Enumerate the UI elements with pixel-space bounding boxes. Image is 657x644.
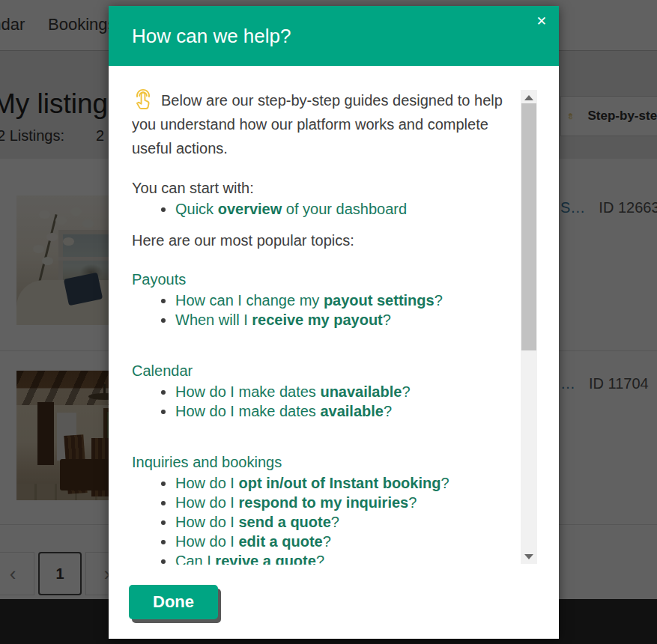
help-link-item: How can I change my payout settings? [175, 291, 515, 310]
help-link-item: How do I respond to my inquiries? [175, 493, 515, 512]
link-text: Can I [175, 553, 215, 565]
link-text: ? [435, 292, 443, 309]
help-link-item: How do I make dates available? [175, 401, 515, 421]
link-text: ? [323, 533, 331, 550]
help-link-dates-unavailable[interactable]: How do I make dates unavailable? [175, 383, 411, 400]
help-link-item: When will I receive my payout? [175, 310, 515, 329]
link-text: When will I [175, 312, 252, 328]
help-scroll-content: Below are our step-by-step guides design… [132, 87, 515, 565]
link-text-bold: available [320, 403, 384, 419]
help-link-item: How do I edit a quote? [175, 532, 515, 551]
link-text: ? [384, 403, 392, 419]
link-text-bold: receive my payout [252, 312, 383, 328]
section-calendar: Calendar How do I make dates unavailable… [132, 361, 515, 421]
help-link-item: Quick overview of your dashboard [175, 199, 515, 219]
link-text: ? [402, 383, 410, 400]
link-text-bold: send a quote [238, 514, 330, 530]
modal-header: How can we help? ✕ [109, 6, 559, 66]
start-with-label: You can start with: [132, 178, 515, 198]
link-text: How can I change my [175, 292, 324, 309]
link-text-bold: respond to my inquiries [238, 494, 408, 511]
help-link-receive-payout[interactable]: When will I receive my payout? [175, 312, 391, 328]
section-heading-inquiries[interactable]: Inquiries and bookings [132, 452, 515, 472]
inquiries-links-list: How do I opt in/out of Instant booking? … [132, 473, 515, 565]
modal-body: Below are our step-by-step guides design… [109, 66, 559, 639]
section-inquiries-bookings: Inquiries and bookings How do I opt in/o… [132, 452, 515, 565]
section-payouts: Payouts How can I change my payout setti… [132, 270, 515, 329]
help-link-send-quote[interactable]: How do I send a quote? [175, 514, 339, 530]
calendar-links-list: How do I make dates unavailable? How do … [132, 382, 515, 421]
help-link-item: How do I opt in/out of Instant booking? [175, 473, 515, 493]
section-heading-calendar[interactable]: Calendar [132, 361, 515, 380]
link-text: ? [440, 475, 449, 491]
link-text: How do I [175, 494, 238, 511]
help-link-item: Can I revive a quote? [175, 551, 515, 565]
popular-topics-label: Here are our most popular topics: [132, 231, 515, 250]
link-text: How do I [175, 533, 238, 550]
help-link-respond-inquiries[interactable]: How do I respond to my inquiries? [175, 494, 417, 511]
link-text-bold: edit a quote [238, 533, 322, 550]
arrow-up-icon [524, 95, 533, 100]
link-text: How do I make dates [175, 383, 320, 400]
link-text: How do I [175, 514, 238, 530]
link-text-bold: overview [218, 201, 282, 217]
scroll-up-button[interactable] [521, 91, 537, 103]
link-text: ? [408, 494, 417, 511]
intro-text: Below are our step-by-step guides design… [132, 92, 503, 157]
scroll-down-button[interactable] [521, 550, 537, 562]
link-text: of your dashboard [282, 201, 407, 217]
help-link-edit-quote[interactable]: How do I edit a quote? [175, 533, 331, 550]
link-text: Quick [175, 201, 218, 217]
link-text: How do I make dates [175, 403, 320, 419]
help-link-item: How do I make dates unavailable? [175, 382, 515, 401]
help-link-revive-quote[interactable]: Can I revive a quote? [175, 553, 324, 565]
link-text: How do I [175, 475, 238, 491]
modal-scrollbar[interactable] [521, 90, 537, 564]
payouts-links-list: How can I change my payout settings? Whe… [132, 291, 515, 329]
help-link-dashboard-overview[interactable]: Quick overview of your dashboard [175, 201, 407, 217]
link-text: ? [316, 553, 324, 565]
modal-title: How can we help? [132, 25, 291, 48]
arrow-down-icon [524, 554, 533, 559]
section-heading-payouts[interactable]: Payouts [132, 270, 515, 289]
link-text-bold: payout settings [324, 292, 435, 309]
help-link-payout-settings[interactable]: How can I change my payout settings? [175, 292, 443, 309]
help-link-instant-booking[interactable]: How do I opt in/out of Instant booking? [175, 475, 449, 491]
link-text: ? [331, 514, 339, 530]
scrollbar-thumb[interactable] [521, 103, 536, 350]
help-modal: How can we help? ✕ Below are our step-by… [109, 6, 559, 639]
help-link-dates-available[interactable]: How do I make dates available? [175, 403, 392, 419]
done-button[interactable]: Done [129, 585, 218, 619]
intro-paragraph: Below are our step-by-step guides design… [132, 87, 515, 160]
help-link-item: How do I send a quote? [175, 512, 515, 532]
link-text-bold: unavailable [320, 383, 402, 400]
link-text-bold: revive a quote [215, 553, 316, 565]
link-text-bold: opt in/out of Instant booking [238, 475, 440, 491]
tap-hand-icon [132, 87, 154, 111]
link-text: ? [383, 312, 391, 328]
close-icon[interactable]: ✕ [533, 12, 550, 31]
start-links-list: Quick overview of your dashboard [132, 199, 515, 219]
